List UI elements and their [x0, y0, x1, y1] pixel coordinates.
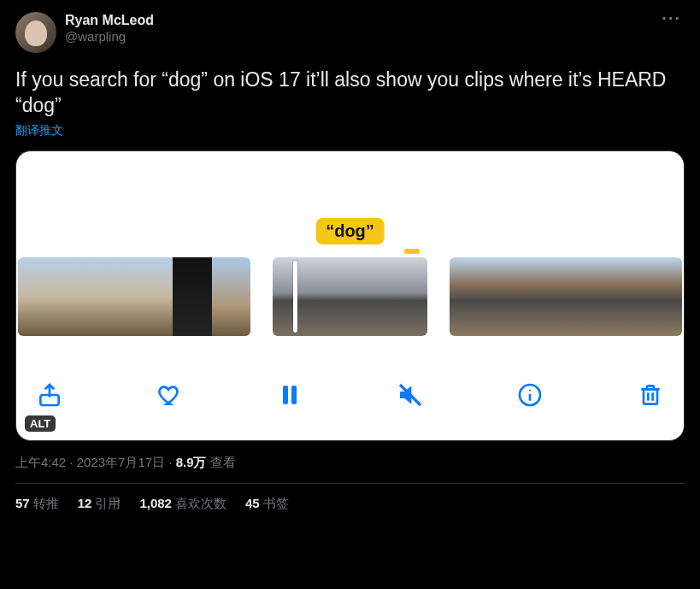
media-card[interactable]: “dog”: [15, 150, 685, 441]
timeline-frame: [566, 257, 604, 336]
caption-indicator: [404, 249, 420, 254]
timeline-frame: [96, 257, 134, 336]
bookmarks-stat[interactable]: 45书签: [245, 496, 289, 512]
author-block[interactable]: Ryan McLeod @warpling: [65, 12, 658, 44]
timeline-frame: [644, 257, 682, 336]
translate-link[interactable]: 翻译推文: [15, 123, 685, 138]
timeline-frame: [18, 257, 56, 336]
tweet-text: If you search for “dog” on iOS 17 it’ll …: [15, 67, 685, 118]
more-icon[interactable]: ···: [658, 9, 685, 28]
pause-icon[interactable]: [270, 375, 309, 415]
share-icon[interactable]: [30, 375, 69, 415]
svg-point-5: [529, 390, 531, 392]
heart-icon[interactable]: [150, 375, 190, 415]
svg-rect-7: [644, 389, 657, 403]
timeline-frame: [173, 257, 211, 336]
alt-badge[interactable]: ALT: [25, 415, 56, 432]
playhead[interactable]: [293, 261, 297, 333]
caption-bubble: “dog”: [315, 218, 385, 244]
svg-rect-1: [283, 386, 288, 403]
timeline-frame: [389, 257, 427, 336]
timeline-frame: [488, 257, 526, 336]
clip-group-2[interactable]: [273, 257, 427, 336]
tweet-time[interactable]: 上午4:42: [15, 455, 66, 469]
timeline-frame: [450, 257, 488, 336]
timeline-frame: [56, 257, 95, 336]
timeline-frame: [604, 257, 643, 336]
timeline-frame: [350, 257, 389, 336]
media-toolbar: [30, 374, 670, 416]
mute-icon[interactable]: [391, 375, 430, 415]
views-count: 8.9万: [176, 455, 207, 469]
timeline-frame: [273, 257, 311, 336]
timeline-frame: [527, 257, 566, 336]
likes-stat[interactable]: 1,082喜欢次数: [139, 496, 226, 512]
avatar[interactable]: [15, 12, 56, 53]
stats-row: 57转推 12引用 1,082喜欢次数 45书签: [15, 484, 685, 524]
tweet-header: Ryan McLeod @warpling ···: [15, 12, 685, 53]
timeline-frame: [212, 257, 250, 336]
quotes-stat[interactable]: 12引用: [78, 496, 121, 512]
retweets-stat[interactable]: 57转推: [15, 496, 59, 512]
video-timeline[interactable]: [16, 257, 684, 336]
trash-icon[interactable]: [631, 375, 670, 415]
clip-group-1[interactable]: [18, 257, 250, 336]
tweet-container: Ryan McLeod @warpling ··· If you search …: [0, 0, 700, 524]
display-name: Ryan McLeod: [65, 12, 658, 29]
handle: @warpling: [65, 29, 658, 44]
timeline-frame: [311, 257, 350, 336]
svg-rect-2: [291, 386, 297, 403]
info-icon[interactable]: [510, 375, 550, 415]
clip-group-3[interactable]: [450, 257, 682, 336]
tweet-meta: 上午4:42 · 2023年7月17日 · 8.9万 查看: [15, 455, 685, 471]
timeline-frame: [134, 257, 173, 336]
tweet-date[interactable]: 2023年7月17日: [77, 455, 165, 469]
views-label: 查看: [207, 455, 236, 469]
